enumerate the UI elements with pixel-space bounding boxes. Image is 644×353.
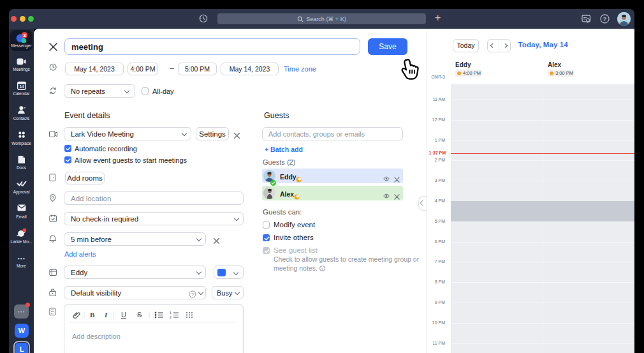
svg-text:S: S — [137, 311, 142, 319]
svg-text:I: I — [104, 311, 108, 319]
svg-text:1: 1 — [170, 311, 172, 315]
svg-text:U: U — [121, 311, 126, 319]
svg-text:?: ? — [603, 16, 607, 22]
svg-text:B: B — [90, 311, 95, 319]
svg-text:14: 14 — [19, 84, 24, 89]
svg-text:2: 2 — [170, 315, 172, 319]
svg-text:?: ? — [191, 292, 194, 297]
svg-text:3: 3 — [23, 33, 26, 38]
